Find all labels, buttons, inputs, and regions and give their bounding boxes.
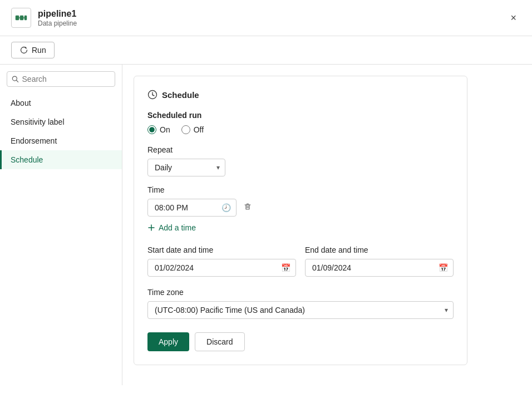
plus-icon xyxy=(147,224,155,232)
sidebar-item-sensitivity-label[interactable]: Sensitivity label xyxy=(0,112,122,131)
svg-rect-10 xyxy=(246,205,249,209)
time-input[interactable] xyxy=(147,199,237,217)
timezone-wrapper: (UTC-08:00) Pacific Time (US and Canada)… xyxy=(147,301,454,319)
run-button[interactable]: Run xyxy=(11,42,55,58)
trash-icon xyxy=(243,202,252,211)
svg-line-9 xyxy=(152,95,154,96)
sidebar-item-schedule[interactable]: Schedule xyxy=(0,150,122,169)
time-row: 🕗 xyxy=(147,199,454,217)
start-date-input-wrapper: 📅 xyxy=(147,259,296,277)
header: pipeline1 Data pipeline × xyxy=(0,0,532,36)
clock-icon xyxy=(147,90,157,100)
search-icon xyxy=(12,75,19,83)
svg-line-6 xyxy=(17,80,18,82)
scheduled-run-label: Scheduled run xyxy=(147,111,454,120)
pipeline-icon xyxy=(11,8,31,28)
scheduled-run-radio-group: On Off xyxy=(147,125,454,134)
end-calendar-icon[interactable]: 📅 xyxy=(439,263,448,272)
action-buttons: Apply Discard xyxy=(147,332,454,351)
radio-on-input[interactable] xyxy=(147,125,156,134)
main-layout: About Sensitivity label Endorsement Sche… xyxy=(0,65,532,385)
radio-on[interactable]: On xyxy=(147,125,170,134)
svg-rect-0 xyxy=(16,16,19,20)
repeat-select-wrapper: Daily Weekly Monthly ▾ xyxy=(147,159,225,176)
time-input-wrapper: 🕗 xyxy=(147,199,237,217)
start-calendar-icon[interactable]: 📅 xyxy=(281,263,290,272)
timezone-label: Time zone xyxy=(147,288,454,297)
app-title: pipeline1 xyxy=(38,8,77,19)
end-date-field: End date and time 📅 xyxy=(305,245,454,277)
time-label: Time xyxy=(147,185,454,194)
end-date-input[interactable] xyxy=(305,259,454,277)
sidebar: About Sensitivity label Endorsement Sche… xyxy=(0,65,122,385)
app-subtitle: Data pipeline xyxy=(38,19,77,27)
repeat-select[interactable]: Daily Weekly Monthly xyxy=(147,159,225,176)
panel-header: Schedule xyxy=(147,90,454,100)
sidebar-item-endorsement[interactable]: Endorsement xyxy=(0,131,122,150)
header-left: pipeline1 Data pipeline xyxy=(11,8,77,28)
discard-button[interactable]: Discard xyxy=(195,332,244,351)
content-area: Schedule Scheduled run On Off Repeat Dai… xyxy=(122,65,532,385)
repeat-label: Repeat xyxy=(147,145,454,154)
refresh-icon xyxy=(19,46,28,55)
date-row: Start date and time 📅 End date and time … xyxy=(147,245,454,277)
end-date-label: End date and time xyxy=(305,245,454,254)
schedule-panel: Schedule Scheduled run On Off Repeat Dai… xyxy=(134,76,467,365)
title-group: pipeline1 Data pipeline xyxy=(38,8,77,27)
timezone-select[interactable]: (UTC-08:00) Pacific Time (US and Canada)… xyxy=(147,301,454,319)
start-date-label: Start date and time xyxy=(147,245,296,254)
toolbar: Run xyxy=(0,36,532,65)
sidebar-item-about[interactable]: About xyxy=(0,94,122,112)
start-date-field: Start date and time 📅 xyxy=(147,245,296,277)
radio-off[interactable]: Off xyxy=(181,125,204,134)
end-date-input-wrapper: 📅 xyxy=(305,259,454,277)
apply-button[interactable]: Apply xyxy=(147,332,189,351)
svg-rect-2 xyxy=(24,16,27,20)
delete-time-button[interactable] xyxy=(241,200,254,215)
radio-off-input[interactable] xyxy=(181,125,190,134)
search-input[interactable] xyxy=(22,75,110,83)
start-date-input[interactable] xyxy=(147,259,296,277)
add-time-button[interactable]: Add a time xyxy=(147,221,196,234)
svg-rect-1 xyxy=(20,16,23,20)
search-box[interactable] xyxy=(7,71,115,87)
close-button[interactable]: × xyxy=(506,10,521,26)
